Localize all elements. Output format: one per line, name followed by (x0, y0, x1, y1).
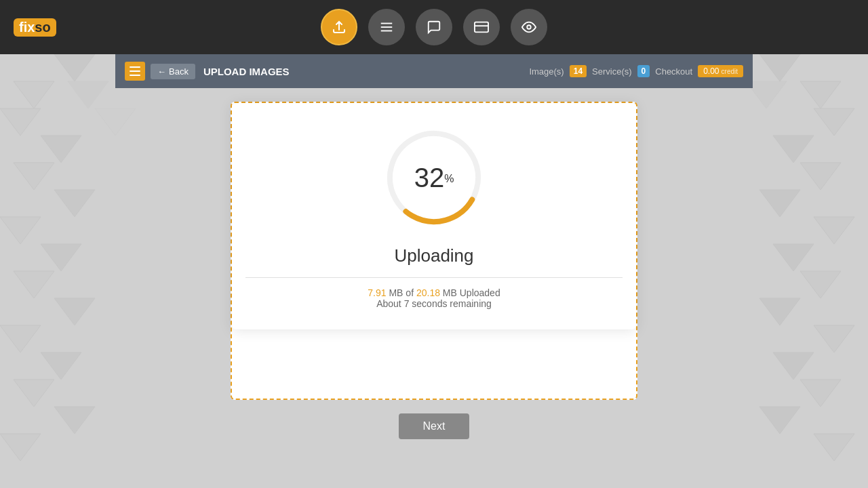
logo: fixso (14, 18, 56, 37)
toolbar: ← Back UPLOAD IMAGES Image(s) 14 Service… (115, 54, 753, 88)
total-mb: 20.18 (416, 287, 440, 298)
payment-nav-button[interactable] (463, 9, 500, 45)
circular-progress: 32% (380, 123, 488, 232)
services-label: Service(s) (592, 66, 632, 77)
logo-fix: fix (19, 20, 35, 35)
main-panel: ← Back UPLOAD IMAGES Image(s) 14 Service… (115, 54, 753, 88)
uploading-title: Uploading (394, 245, 473, 266)
logo-box: fixso (14, 18, 56, 37)
svg-rect-37 (475, 22, 488, 33)
back-button[interactable]: ← Back (151, 64, 195, 79)
images-count-badge: 14 (570, 65, 587, 77)
menu-button[interactable] (125, 62, 145, 81)
logo-so: so (35, 20, 50, 35)
next-button[interactable]: Next (399, 413, 470, 439)
page-title: UPLOAD IMAGES (203, 66, 290, 77)
hamburger-icon (130, 66, 140, 68)
chat-nav-button[interactable] (416, 9, 452, 45)
upload-progress-text: 7.91 MB of 20.18 MB Uploaded (368, 287, 500, 298)
checkout-badge: 0.00 credit (698, 65, 743, 77)
hamburger-icon (130, 75, 140, 76)
checkout-value: 0.00 (703, 66, 719, 76)
mb-uploaded-label: MB Uploaded (443, 287, 500, 298)
remaining-text: About 7 seconds remaining (368, 298, 500, 309)
hamburger-icon (130, 70, 140, 72)
credit-label: credit (722, 68, 738, 75)
back-label: Back (169, 66, 189, 77)
back-arrow-icon: ← (157, 66, 166, 77)
checkout-label: Checkout (655, 66, 692, 77)
progress-overlay: 32% Uploading 7.91 MB of 20.18 MB Upload… (232, 103, 636, 329)
upload-icon (331, 19, 347, 35)
progress-info: 7.91 MB of 20.18 MB Uploaded About 7 sec… (368, 287, 500, 309)
progress-percent-symbol: % (444, 173, 454, 184)
nav-icons (321, 9, 547, 45)
preview-nav-button[interactable] (511, 9, 547, 45)
list-nav-button[interactable] (368, 9, 405, 45)
upload-nav-button[interactable] (321, 9, 357, 45)
services-count-badge: 0 (637, 65, 650, 77)
images-label: Image(s) (529, 66, 564, 77)
progress-text: 32% (414, 163, 454, 193)
toolbar-right: Image(s) 14 Service(s) 0 Checkout 0.00 c… (529, 65, 743, 77)
payment-icon (474, 20, 489, 35)
mb-of-label: MB of (389, 287, 414, 298)
list-icon (379, 20, 394, 35)
chat-icon (427, 20, 441, 35)
next-button-container: Next (0, 413, 868, 439)
progress-divider (245, 277, 623, 278)
uploaded-mb: 7.91 (368, 287, 386, 298)
svg-point-39 (527, 25, 531, 29)
progress-number: 32 (414, 163, 445, 192)
eye-icon (521, 20, 536, 35)
navbar: fixso (0, 0, 868, 54)
upload-area: 32% Uploading 7.91 MB of 20.18 MB Upload… (231, 102, 637, 400)
